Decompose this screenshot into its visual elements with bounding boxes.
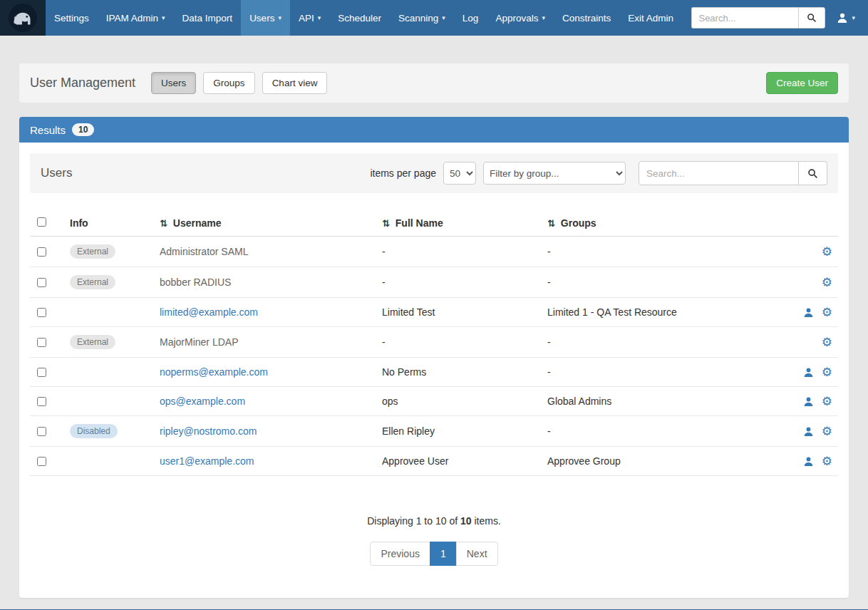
nav-item-exit-admin[interactable]: Exit Admin (619, 0, 682, 36)
groups: Global Admins (542, 387, 778, 415)
full-name: - (376, 328, 542, 356)
column-header-info: Info (64, 210, 154, 236)
username-link[interactable]: ripley@nostromo.com (160, 425, 257, 437)
nav-item-api[interactable]: API ▾ (290, 0, 329, 36)
nav-item-label: Log (463, 13, 479, 24)
username-link[interactable]: noperms@example.com (160, 366, 268, 378)
nav-item-constraints[interactable]: Constraints (554, 0, 619, 36)
row-checkbox[interactable] (37, 308, 46, 317)
caret-down-icon: ▾ (278, 14, 281, 21)
row-checkbox[interactable] (37, 338, 46, 347)
gear-icon[interactable]: ⚙ (822, 425, 832, 438)
table-row: ops@example.com ops Global Admins ⚙ (30, 387, 838, 416)
select-all-checkbox[interactable] (37, 217, 46, 227)
groups: Approvee Group (542, 447, 778, 475)
gear-icon[interactable]: ⚙ (822, 306, 832, 319)
user-account-menu[interactable]: ▾ (825, 0, 862, 36)
nav-item-data-import[interactable]: Data Import (174, 0, 242, 36)
gear-icon[interactable]: ⚙ (822, 246, 832, 258)
nav-item-scheduler[interactable]: Scheduler (329, 0, 390, 36)
gear-icon[interactable]: ⚙ (822, 276, 832, 289)
user-profile-icon[interactable] (803, 396, 814, 407)
row-checkbox[interactable] (37, 247, 46, 257)
nav-item-approvals[interactable]: Approvals ▾ (487, 0, 554, 36)
caret-down-icon: ▾ (542, 14, 545, 21)
nav-item-settings[interactable]: Settings (46, 0, 98, 36)
group-filter-select[interactable]: Filter by group... (483, 162, 626, 185)
results-title: Results (30, 124, 66, 136)
displaying-info: Displaying 1 to 10 of 10 items. (30, 515, 838, 527)
tab-groups[interactable]: Groups (203, 72, 254, 94)
full-name: Ellen Ripley (376, 417, 542, 445)
table-header-row: Info ⇅ Username ⇅ Full Name ⇅ Groups (30, 210, 838, 237)
nav-item-ipam-admin[interactable]: IPAM Admin ▾ (98, 0, 174, 36)
groups: - (542, 328, 778, 356)
user-profile-icon[interactable] (803, 456, 814, 467)
nav-item-users[interactable]: Users ▾ (241, 0, 290, 36)
gear-icon[interactable]: ⚙ (822, 396, 832, 408)
table-search (639, 161, 827, 185)
results-panel: Results 10 Users items per page 50 Filte… (19, 117, 849, 598)
user-profile-icon[interactable] (803, 426, 814, 437)
row-checkbox[interactable] (37, 427, 46, 436)
results-panel-body: Users items per page 50 Filter by group.… (19, 143, 849, 598)
create-user-button[interactable]: Create User (766, 72, 838, 94)
username-link[interactable]: limited@example.com (160, 306, 258, 318)
gear-icon[interactable]: ⚙ (822, 366, 832, 378)
navbar-search-input[interactable] (691, 7, 798, 29)
groups: - (542, 268, 778, 296)
full-name: ops (376, 387, 542, 415)
caret-down-icon: ▾ (852, 14, 855, 21)
nav-items: Settings IPAM Admin ▾ Data Import Users … (46, 0, 682, 36)
results-count-badge: 10 (72, 123, 94, 136)
items-per-page-select[interactable]: 50 (443, 162, 476, 185)
nav-item-log[interactable]: Log (454, 0, 487, 36)
groups: - (542, 237, 778, 266)
user-profile-icon[interactable] (803, 367, 814, 378)
navbar-right: ▾ (691, 0, 868, 36)
sort-icon: ⇅ (547, 218, 555, 229)
tab-chart-view[interactable]: Chart view (262, 72, 328, 94)
table-search-input[interactable] (639, 161, 799, 185)
row-checkbox[interactable] (37, 278, 46, 287)
table-row: user1@example.com Approvee User Approvee… (30, 447, 838, 476)
navbar-search (691, 7, 825, 29)
tab-users[interactable]: Users (151, 72, 196, 94)
full-name: - (376, 237, 542, 266)
username-link[interactable]: user1@example.com (160, 455, 254, 467)
username-link[interactable]: bobber RADIUS (160, 276, 231, 288)
nav-item-scanning[interactable]: Scanning ▾ (390, 0, 454, 36)
users-toolbar-title: Users (41, 166, 72, 180)
username-link[interactable]: Administrator SAML (160, 246, 248, 257)
username-link[interactable]: MajorMiner LDAP (160, 336, 238, 348)
user-profile-icon[interactable] (803, 307, 814, 318)
table-row: noperms@example.com No Perms - ⚙ (30, 358, 838, 387)
column-header-full-name[interactable]: ⇅ Full Name (376, 210, 542, 236)
table-row: External bobber RADIUS - - ⚙ (30, 267, 838, 298)
username-link[interactable]: ops@example.com (160, 396, 245, 407)
row-checkbox[interactable] (37, 457, 46, 466)
app-logo[interactable] (0, 0, 46, 36)
row-checkbox[interactable] (37, 397, 46, 406)
status-badge: External (70, 335, 115, 349)
pagination-page-1-button[interactable]: 1 (430, 542, 457, 566)
pagination-previous-button[interactable]: Previous (370, 542, 430, 566)
users-table: Info ⇅ Username ⇅ Full Name ⇅ Groups (30, 210, 838, 476)
table-search-button[interactable] (799, 161, 827, 185)
results-panel-header: Results 10 (19, 117, 849, 143)
status-badge: External (70, 244, 115, 259)
gear-icon[interactable]: ⚙ (822, 455, 832, 467)
column-header-username[interactable]: ⇅ Username (154, 210, 376, 236)
column-header-groups[interactable]: ⇅ Groups (542, 210, 778, 236)
pagination-next-button[interactable]: Next (456, 542, 498, 566)
nav-item-label: IPAM Admin (106, 13, 158, 24)
row-checkbox[interactable] (37, 368, 46, 377)
full-name: Approvee User (376, 447, 542, 475)
status-badge: External (70, 275, 115, 289)
caret-down-icon: ▾ (318, 14, 321, 21)
search-icon (807, 168, 818, 179)
navbar-search-button[interactable] (798, 7, 825, 29)
pagination: Previous 1 Next (30, 542, 838, 566)
top-navbar: Settings IPAM Admin ▾ Data Import Users … (0, 0, 868, 36)
gear-icon[interactable]: ⚙ (822, 336, 832, 348)
